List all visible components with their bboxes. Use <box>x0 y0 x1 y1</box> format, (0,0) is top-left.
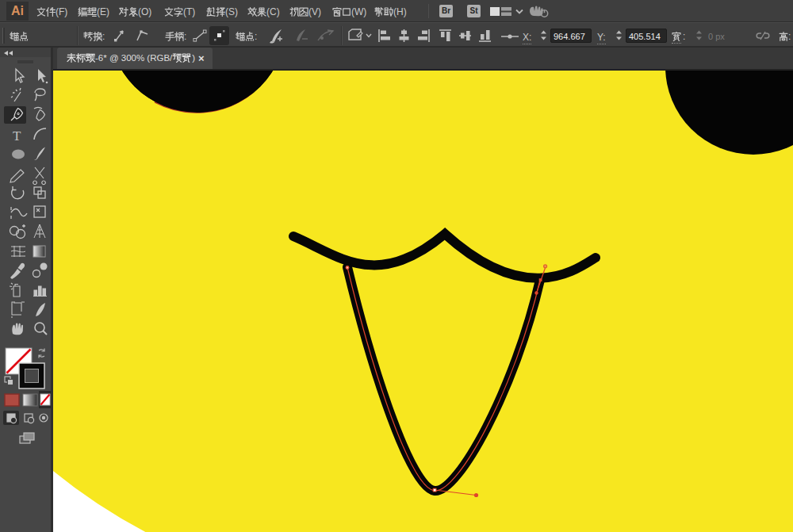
svg-text:T: T <box>13 128 21 144</box>
